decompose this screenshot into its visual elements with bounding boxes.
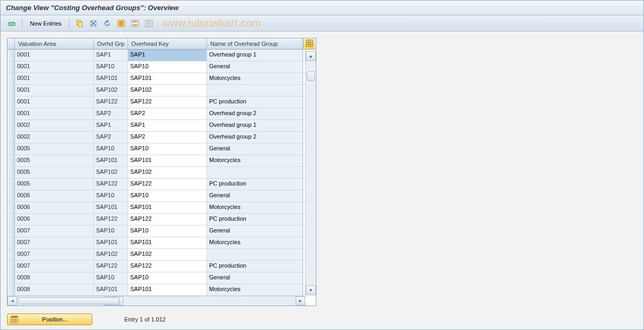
horizontal-scrollbar[interactable]: ◄ ► ◄ ►: [7, 296, 305, 305]
cell-overhead-key[interactable]: SAP102: [128, 249, 207, 260]
table-row[interactable]: 0001SAP101SAP101Motorcycles: [7, 73, 316, 85]
cell-valuation-area[interactable]: 0006: [15, 202, 94, 213]
row-selector-header[interactable]: [7, 38, 15, 49]
table-row[interactable]: 0001SAP122SAP122PC production: [7, 96, 316, 108]
scroll-down-button[interactable]: ▼: [306, 285, 316, 295]
cell-ovrhd-grp[interactable]: SAP101: [94, 237, 128, 248]
select-block-button[interactable]: [129, 18, 141, 29]
cell-valuation-area[interactable]: 0006: [15, 214, 94, 225]
cell-ovrhd-grp[interactable]: SAP101: [94, 202, 128, 213]
scroll-thumb[interactable]: [307, 71, 315, 81]
cell-ovrhd-grp[interactable]: SAP10: [94, 226, 128, 237]
cell-valuation-area[interactable]: 0001: [15, 50, 94, 61]
cell-valuation-area[interactable]: 0006: [15, 190, 94, 202]
cell-overhead-key[interactable]: SAP101: [128, 73, 207, 84]
cell-name[interactable]: [207, 85, 303, 96]
table-row[interactable]: 0001SAP2SAP2Overhead group 2: [7, 108, 316, 120]
cell-ovrhd-grp[interactable]: SAP10: [94, 61, 128, 73]
row-selector[interactable]: [7, 108, 15, 119]
cell-valuation-area[interactable]: 0001: [15, 73, 94, 84]
row-selector[interactable]: [7, 249, 15, 260]
cell-overhead-key[interactable]: SAP101: [128, 155, 207, 166]
copy-button[interactable]: [74, 18, 85, 29]
deselect-all-button[interactable]: [143, 18, 155, 29]
table-row[interactable]: 0001SAP10SAP10General: [7, 61, 316, 73]
scroll-left-button[interactable]: ◄: [7, 296, 17, 305]
cell-overhead-key[interactable]: SAP102: [128, 167, 207, 178]
table-row[interactable]: 0008SAP101SAP101Motorcycles: [7, 284, 316, 296]
table-row[interactable]: 0006SAP122SAP122PC production: [7, 214, 316, 226]
cell-overhead-key[interactable]: SAP1: [128, 50, 207, 61]
cell-name[interactable]: PC production: [207, 96, 303, 108]
table-row[interactable]: 0007SAP102SAP102: [7, 249, 316, 261]
cell-name[interactable]: PC production: [207, 179, 303, 190]
cell-name[interactable]: Overhead group 2: [207, 108, 303, 119]
cell-ovrhd-grp[interactable]: SAP10: [94, 143, 128, 155]
cell-ovrhd-grp[interactable]: SAP10: [94, 272, 128, 284]
new-entries-button[interactable]: New Entries: [27, 19, 65, 28]
cell-name[interactable]: Overhead group 2: [207, 132, 303, 143]
cell-name[interactable]: Motorcycles: [207, 284, 303, 295]
vertical-scrollbar[interactable]: ▲ ▼: [305, 51, 316, 295]
hscroll-track-scroll[interactable]: [123, 296, 296, 305]
table-row[interactable]: 0006SAP101SAP101Motorcycles: [7, 202, 316, 214]
row-selector[interactable]: [7, 261, 15, 272]
table-row[interactable]: 0002SAP2SAP2Overhead group 2: [7, 132, 316, 143]
table-row[interactable]: 0005SAP102SAP102: [7, 167, 316, 179]
cell-overhead-key[interactable]: SAP10: [128, 143, 207, 155]
row-selector[interactable]: [7, 73, 15, 84]
cell-ovrhd-grp[interactable]: SAP102: [94, 167, 128, 178]
select-all-button[interactable]: [115, 18, 127, 29]
cell-name[interactable]: General: [207, 226, 303, 237]
cell-valuation-area[interactable]: 0007: [15, 261, 94, 272]
row-selector[interactable]: [7, 179, 15, 190]
cell-overhead-key[interactable]: SAP122: [128, 261, 207, 272]
table-row[interactable]: 0008SAP10SAP10General: [7, 272, 316, 284]
cell-overhead-key[interactable]: SAP102: [128, 85, 207, 96]
row-selector[interactable]: [7, 284, 15, 295]
cell-ovrhd-grp[interactable]: SAP2: [94, 108, 128, 119]
cell-overhead-key[interactable]: SAP1: [128, 120, 207, 131]
cell-valuation-area[interactable]: 0005: [15, 155, 94, 166]
cell-overhead-key[interactable]: SAP2: [128, 132, 207, 143]
cell-valuation-area[interactable]: 0007: [15, 226, 94, 237]
row-selector[interactable]: [7, 190, 15, 202]
hscroll-track-fixed[interactable]: [17, 296, 104, 305]
cell-name[interactable]: General: [207, 61, 303, 73]
cell-ovrhd-grp[interactable]: SAP102: [94, 85, 128, 96]
table-row[interactable]: 0005SAP10SAP10General: [7, 143, 316, 155]
cell-valuation-area[interactable]: 0001: [15, 61, 94, 73]
cell-overhead-key[interactable]: SAP10: [128, 190, 207, 202]
cell-overhead-key[interactable]: SAP2: [128, 108, 207, 119]
row-selector[interactable]: [7, 226, 15, 237]
table-row[interactable]: 0002SAP1SAP1Overhead group 1: [7, 120, 316, 132]
cell-name[interactable]: Motorcycles: [207, 155, 303, 166]
cell-ovrhd-grp[interactable]: SAP2: [94, 132, 128, 143]
delete-button[interactable]: [88, 18, 99, 29]
column-header-valuation-area[interactable]: Valuation Area: [15, 38, 94, 49]
cell-valuation-area[interactable]: 0008: [15, 284, 94, 295]
row-selector[interactable]: [7, 167, 15, 178]
cell-name[interactable]: PC production: [207, 214, 303, 225]
row-selector[interactable]: [7, 132, 15, 143]
cell-valuation-area[interactable]: 0001: [15, 96, 94, 108]
cell-valuation-area[interactable]: 0001: [15, 108, 94, 119]
column-header-ovrhd-grp[interactable]: Ovrhd Grp: [94, 38, 128, 49]
position-button[interactable]: Position...: [7, 313, 92, 325]
table-row[interactable]: 0005SAP101SAP101Motorcycles: [7, 155, 316, 167]
hscroll-thumb[interactable]: [18, 297, 120, 304]
row-selector[interactable]: [7, 272, 15, 284]
cell-name[interactable]: Motorcycles: [207, 202, 303, 213]
cell-valuation-area[interactable]: 0005: [15, 143, 94, 155]
cell-valuation-area[interactable]: 0001: [15, 85, 94, 96]
table-row[interactable]: 0007SAP101SAP101Motorcycles: [7, 237, 316, 249]
cell-overhead-key[interactable]: SAP122: [128, 179, 207, 190]
cell-name[interactable]: PC production: [207, 261, 303, 272]
column-header-overhead-key[interactable]: Overhead Key: [128, 38, 207, 49]
table-row[interactable]: 0001SAP102SAP102: [7, 85, 316, 96]
column-header-name[interactable]: Name of Overhead Group: [207, 38, 303, 49]
cell-name[interactable]: General: [207, 272, 303, 284]
cell-name[interactable]: [207, 249, 303, 260]
cell-ovrhd-grp[interactable]: SAP101: [94, 73, 128, 84]
cell-valuation-area[interactable]: 0005: [15, 179, 94, 190]
